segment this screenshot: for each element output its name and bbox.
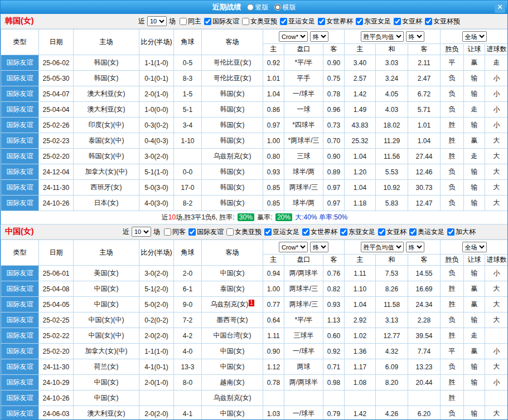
checkbox-input[interactable]: [447, 228, 454, 236]
euro-draw-odds: 5.53: [376, 164, 408, 180]
checkbox-input[interactable]: [318, 18, 325, 25]
checkbox-input[interactable]: [226, 228, 234, 236]
checkbox-input[interactable]: [242, 18, 249, 25]
filter-checkbox-奥运女足[interactable]: 奥运女足: [409, 227, 444, 237]
league-link[interactable]: 国际友谊: [1, 118, 38, 133]
filter-checkbox-国际友谊[interactable]: 国际友谊: [188, 227, 224, 237]
asian-away-odds: 0.70: [323, 133, 345, 149]
europe-mean-select[interactable]: 胜平负均值: [361, 31, 404, 42]
result-cell: 负: [441, 71, 464, 86]
league-link[interactable]: 国际友谊: [1, 406, 38, 420]
league-link[interactable]: 国际友谊: [1, 266, 38, 281]
euro-win-odds: 1.20: [345, 164, 376, 180]
filter-checkbox-女亚杯[interactable]: 女亚杯: [394, 17, 422, 26]
europe-final-select[interactable]: 终: [406, 31, 424, 42]
league-link[interactable]: 国际友谊: [1, 344, 38, 359]
handicap-result-cell: [464, 390, 485, 406]
subcol-0: 主: [263, 255, 284, 266]
filter-checkbox-女世界杯[interactable]: 女世界杯: [318, 17, 353, 26]
filter-checkbox-国际友谊[interactable]: 国际友谊: [204, 17, 239, 26]
checkbox-input[interactable]: [394, 18, 401, 25]
euro-win-odds: 1.08: [345, 375, 376, 390]
bookmaker-select[interactable]: Crow*: [279, 242, 308, 252]
league-cell: 国际友谊: [1, 149, 39, 164]
asian-final-select[interactable]: 终: [310, 242, 328, 252]
filter-checkbox-女亚杯[interactable]: 女亚杯: [378, 227, 407, 237]
corner-cell: 3-4: [174, 118, 202, 133]
league-link[interactable]: 国际友谊: [1, 312, 38, 328]
filter-checkbox-东亚女足[interactable]: 东亚女足: [340, 227, 375, 237]
europe-odds-group: 胜平负均值终: [345, 30, 441, 44]
europe-final-select[interactable]: 终: [406, 242, 424, 252]
checkbox-input[interactable]: [264, 228, 272, 236]
handicap-result-cell: 赢: [464, 297, 485, 312]
recent-count-select[interactable]: 10: [147, 16, 167, 26]
score-cell: 0-4(0-3): [139, 133, 174, 149]
filter-checkbox-女世界杯[interactable]: 女世界杯: [302, 227, 337, 237]
league-link[interactable]: 国际友谊: [1, 328, 38, 343]
league-link[interactable]: 国际友谊: [1, 375, 38, 390]
scope-select[interactable]: 全场: [462, 31, 487, 42]
score-cell: 3-0(2-0): [139, 266, 174, 281]
layout-option-0[interactable]: 竖版: [247, 3, 269, 12]
filter-checkbox-东亚女足[interactable]: 东亚女足: [356, 17, 391, 26]
league-link[interactable]: 国际友谊: [1, 133, 38, 148]
league-link[interactable]: 国际友谊: [1, 102, 38, 117]
checkbox-input[interactable]: [409, 228, 417, 236]
league-link[interactable]: 国际友谊: [1, 71, 38, 86]
match-row: 国际友谊24-11-30荷兰(女)4-1(0-1)13-3中国(女)1.12两球…: [1, 359, 508, 375]
date-cell: 25-02-23: [39, 133, 74, 149]
league-link[interactable]: 国际友谊: [1, 359, 38, 374]
handicap-result-cell: 输: [464, 359, 485, 375]
league-link[interactable]: 国际友谊: [1, 86, 38, 101]
checkbox-input[interactable]: [425, 18, 432, 25]
handicap-cell: *平/半: [284, 55, 323, 71]
checkbox-input[interactable]: [302, 228, 309, 236]
league-link[interactable]: 国际友谊: [1, 55, 38, 70]
layout-option-1[interactable]: 横版: [274, 3, 296, 12]
filter-checkbox-同客[interactable]: 同客: [164, 227, 186, 237]
filter-checkbox-女亚杯预[interactable]: 女亚杯预: [425, 17, 460, 26]
asian-final-select[interactable]: 终: [310, 31, 328, 42]
checkbox-input[interactable]: [204, 18, 211, 25]
scope-select[interactable]: 全场: [462, 242, 487, 252]
league-link[interactable]: 国际友谊: [1, 196, 38, 211]
league-link[interactable]: 国际友谊: [1, 281, 38, 296]
league-link[interactable]: 国际友谊: [1, 297, 38, 312]
match-row: 国际友谊25-04-04澳大利亚(女)1-0(0-0)5-1韩国(女)0.86一…: [1, 102, 508, 118]
checkbox-input[interactable]: [356, 18, 363, 25]
checkbox-input[interactable]: [340, 228, 347, 236]
filter-checkbox-女奥亚预[interactable]: 女奥亚预: [226, 227, 262, 237]
filter-checkbox-加大杯[interactable]: 加大杯: [447, 227, 476, 237]
bookmaker-select[interactable]: Crow*: [279, 31, 308, 42]
checkbox-input[interactable]: [378, 228, 385, 236]
layout-radio[interactable]: [274, 4, 281, 11]
league-link[interactable]: 国际友谊: [1, 149, 38, 164]
asian-away-odds: 0.71: [323, 359, 345, 375]
checkbox-input[interactable]: [188, 228, 196, 236]
checkbox-input[interactable]: [164, 228, 171, 236]
filter-checkbox-亚运女足[interactable]: 亚运女足: [264, 227, 299, 237]
layout-radio[interactable]: [247, 4, 254, 11]
asian-away-odds: 0.98: [323, 375, 345, 390]
handicap-cell: *四球半: [284, 118, 323, 133]
away-team-cell: 乌兹别克(女)1: [202, 297, 263, 312]
subcol-2: 客: [323, 255, 345, 266]
close-icon[interactable]: ✕: [495, 2, 505, 13]
asian-away-odds: 1.13: [323, 312, 345, 328]
checkbox-input[interactable]: [280, 18, 287, 25]
filter-checkbox-女奥亚预[interactable]: 女奥亚预: [242, 17, 277, 26]
league-link[interactable]: 国际友谊: [1, 180, 38, 195]
europe-mean-select[interactable]: 胜平负均值: [361, 242, 404, 252]
matches-label: 场: [153, 227, 160, 237]
league-link[interactable]: 国际友谊: [1, 164, 38, 179]
date-cell: 25-04-07: [39, 86, 74, 102]
handicap-result-cell: 输: [464, 375, 485, 390]
handicap-cell: 一/球半: [284, 406, 323, 420]
filter-checkbox-亚运女足[interactable]: 亚运女足: [280, 17, 315, 26]
filter-checkbox-同主[interactable]: 同主: [180, 17, 201, 26]
recent-count-select[interactable]: 10: [132, 227, 151, 237]
subcol-3: 主: [345, 255, 376, 266]
league-link[interactable]: 国际友谊: [1, 390, 38, 406]
checkbox-input[interactable]: [180, 18, 187, 25]
